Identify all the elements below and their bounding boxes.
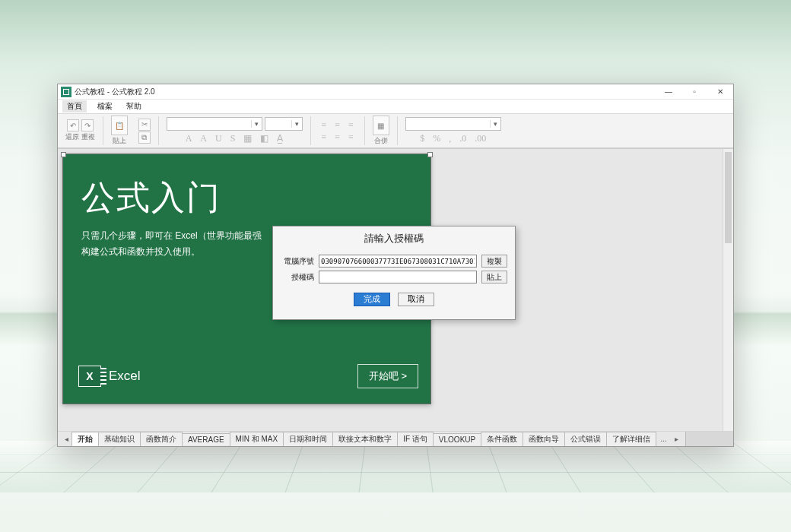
copy-icon[interactable]: ⧉ — [138, 131, 151, 144]
vertical-scrollbar[interactable] — [723, 149, 733, 431]
font-bigger-icon[interactable]: A — [183, 133, 195, 144]
tab-overflow[interactable]: ... — [656, 433, 671, 445]
number-group: ▾ $ % , .0 .00 — [402, 117, 504, 144]
fill-color-icon[interactable]: ◧ — [257, 133, 272, 144]
valign-top-icon[interactable]: ≡ — [319, 131, 330, 143]
tab-cond[interactable]: 条件函数 — [481, 432, 523, 446]
font-smaller-icon[interactable]: A — [197, 133, 210, 144]
copy-button[interactable]: 複製 — [481, 255, 507, 268]
sheet-heading: 公式入门 — [81, 176, 430, 220]
align-group: ≡ ≡ ≡ ≡ ≡ ≡ — [316, 119, 360, 143]
title-bar[interactable]: 公式教程 - 公式教程 2.0 — ▫ ✕ — [58, 84, 733, 100]
close-button[interactable]: ✕ — [707, 84, 733, 100]
undo-icon[interactable]: ↶ — [67, 119, 79, 131]
tab-if[interactable]: IF 语句 — [397, 432, 434, 446]
menu-help[interactable]: 幫助 — [123, 100, 145, 112]
tab-basics[interactable]: 基础知识 — [98, 432, 141, 446]
underline-icon[interactable]: U — [212, 133, 225, 144]
tab-errors[interactable]: 公式错误 — [564, 432, 607, 446]
serial-label: 電腦序號 — [281, 256, 314, 267]
tab-wizard[interactable]: 函数向导 — [523, 432, 565, 446]
border-icon[interactable]: ▦ — [240, 133, 255, 144]
paste-group: 📋 貼上 — [108, 116, 131, 146]
start-button[interactable]: 开始吧 > — [357, 364, 418, 388]
license-dialog: 請輸入授權碼 電腦序號 複製 授權碼 貼上 完成 取消 — [272, 226, 516, 320]
desktop-floor — [0, 441, 791, 492]
align-right-icon[interactable]: ≡ — [345, 119, 357, 131]
currency-icon[interactable]: $ — [417, 133, 427, 144]
paste-button[interactable]: 貼上 — [481, 271, 507, 283]
tab-nav-prev[interactable]: ◂ — [61, 435, 71, 443]
ribbon-toolbar: ↶ ↷ 還原 重複 📋 貼上 ✂ ⧉ ▾ ▾ A A — [58, 113, 733, 148]
excel-logo: X Excel — [78, 366, 141, 387]
dec-dec-icon[interactable]: .00 — [472, 133, 489, 144]
tab-minmax[interactable]: MIN 和 MAX — [230, 432, 284, 446]
excel-icon: X — [78, 366, 101, 387]
number-format-combo[interactable]: ▾ — [405, 117, 501, 131]
menu-file[interactable]: 檔案 — [94, 100, 116, 112]
serial-input[interactable] — [319, 255, 477, 268]
license-label: 授權碼 — [281, 272, 314, 283]
tab-average[interactable]: AVERAGE — [182, 433, 230, 445]
menu-home[interactable]: 首頁 — [62, 100, 87, 112]
tab-nav-next[interactable]: ▸ — [672, 435, 682, 443]
font-family-combo[interactable]: ▾ — [167, 117, 262, 131]
tab-vlookup[interactable]: VLOOKUP — [433, 433, 481, 445]
tab-start[interactable]: 开始 — [71, 432, 99, 446]
tab-concat[interactable]: 联接文本和数字 — [332, 432, 398, 446]
percent-icon[interactable]: % — [430, 133, 443, 144]
font-group: ▾ ▾ A A U S ▦ ◧ A̲ — [164, 117, 306, 144]
tab-more-info[interactable]: 了解详细信 — [606, 432, 656, 446]
sheet-tabs: ◂ 开始 基础知识 函数简介 AVERAGE MIN 和 MAX 日期和时间 联… — [58, 431, 733, 446]
font-size-combo[interactable]: ▾ — [265, 117, 303, 131]
merge-group: ▦ 合併 — [370, 116, 392, 146]
undo-group: ↶ ↷ 還原 重複 — [62, 119, 98, 142]
align-left-icon[interactable]: ≡ — [319, 119, 330, 131]
merge-icon[interactable]: ▦ — [373, 116, 389, 135]
license-input[interactable] — [319, 271, 477, 283]
comma-icon[interactable]: , — [446, 133, 454, 144]
paste-icon[interactable]: 📋 — [111, 116, 128, 135]
menu-bar: 首頁 檔案 幫助 — [58, 100, 733, 113]
ok-button[interactable]: 完成 — [354, 293, 390, 306]
tab-datetime[interactable]: 日期和时间 — [283, 432, 333, 446]
redo-icon[interactable]: ↷ — [81, 119, 94, 131]
minimize-button[interactable]: — — [656, 84, 681, 100]
app-icon — [61, 87, 71, 97]
strike-icon[interactable]: S — [227, 133, 239, 144]
dialog-title: 請輸入授權碼 — [273, 226, 515, 253]
tab-func-intro[interactable]: 函数简介 — [140, 432, 183, 446]
valign-mid-icon[interactable]: ≡ — [332, 131, 343, 143]
font-color-icon[interactable]: A̲ — [274, 133, 286, 144]
cancel-button[interactable]: 取消 — [398, 293, 434, 306]
align-center-icon[interactable]: ≡ — [332, 119, 343, 131]
maximize-button[interactable]: ▫ — [681, 84, 707, 100]
window-title: 公式教程 - 公式教程 2.0 — [75, 87, 155, 97]
dec-inc-icon[interactable]: .0 — [456, 133, 469, 144]
cut-icon[interactable]: ✂ — [138, 119, 151, 131]
valign-bot-icon[interactable]: ≡ — [345, 131, 357, 143]
